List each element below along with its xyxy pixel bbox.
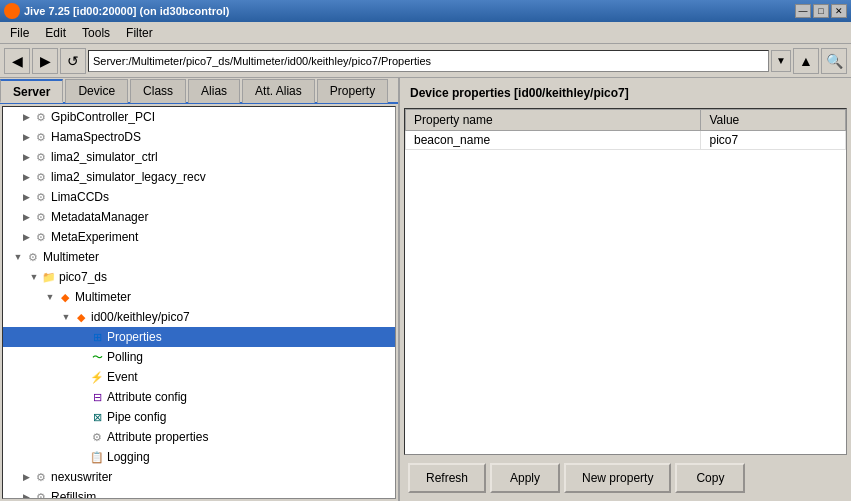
diamond-icon: ◆ [73, 309, 89, 325]
tab-device[interactable]: Device [65, 79, 128, 103]
new-property-button[interactable]: New property [564, 463, 671, 493]
tree-toggle-properties [75, 330, 89, 344]
refresh-button[interactable]: Refresh [408, 463, 486, 493]
table-row[interactable]: beacon_namepico7 [406, 131, 846, 150]
tree-label-lima2_sim_ctrl: lima2_simulator_ctrl [51, 148, 158, 166]
left-panel: Server Device Class Alias Att. Alias Pro… [0, 78, 400, 501]
forward-button[interactable]: ▶ [32, 48, 58, 74]
tree-label-pipe_config: Pipe config [107, 408, 166, 426]
tree-item-id00_keithley[interactable]: ▼◆id00/keithley/pico7 [3, 307, 395, 327]
tree-item-metadata[interactable]: ▶⚙MetadataManager [3, 207, 395, 227]
tree-label-lima2_sim_recv: lima2_simulator_legacy_recv [51, 168, 206, 186]
col-header-name: Property name [406, 110, 701, 131]
tree-label-polling: Polling [107, 348, 143, 366]
props-icon: ⊞ [89, 329, 105, 345]
tree-toggle-nexuswriter[interactable]: ▶ [19, 470, 33, 484]
main-content: Server Device Class Alias Att. Alias Pro… [0, 78, 851, 501]
event-icon: ⚡ [89, 369, 105, 385]
minimize-button[interactable]: — [795, 4, 811, 18]
tree-toggle-logging [75, 450, 89, 464]
menu-tools[interactable]: Tools [74, 24, 118, 42]
tree-item-logging[interactable]: 📋Logging [3, 447, 395, 467]
tree-label-gpib: GpibController_PCI [51, 108, 155, 126]
gear-icon: ⚙ [89, 429, 105, 445]
maximize-button[interactable]: □ [813, 4, 829, 18]
tree-toggle-lima2_sim_ctrl[interactable]: ▶ [19, 150, 33, 164]
tree-container[interactable]: ▶⚙GpibController_PCI▶⚙HamaSpectroDS▶⚙lim… [2, 106, 396, 499]
tree-toggle-id00_keithley[interactable]: ▼ [59, 310, 73, 324]
address-bar[interactable]: Server:/Multimeter/pico7_ds/Multimeter/i… [88, 50, 769, 72]
window-controls[interactable]: — □ ✕ [795, 4, 847, 18]
tree-toggle-metaexp[interactable]: ▶ [19, 230, 33, 244]
tree-item-gpib[interactable]: ▶⚙GpibController_PCI [3, 107, 395, 127]
back-button[interactable]: ◀ [4, 48, 30, 74]
prop-value-cell: pico7 [701, 131, 846, 150]
copy-button[interactable]: Copy [675, 463, 745, 493]
tree-item-limaCCDs[interactable]: ▶⚙LimaCCDs [3, 187, 395, 207]
gear-icon: ⚙ [33, 169, 49, 185]
tree-item-refillsim[interactable]: ▶⚙Refillsim [3, 487, 395, 499]
tree-toggle-lima2_sim_recv[interactable]: ▶ [19, 170, 33, 184]
tree-toggle-pico7_ds[interactable]: ▼ [27, 270, 41, 284]
wave-icon: 〜 [89, 349, 105, 365]
tab-class[interactable]: Class [130, 79, 186, 103]
close-button[interactable]: ✕ [831, 4, 847, 18]
tree-toggle-multimeter[interactable]: ▼ [11, 250, 25, 264]
tree-item-pipe_config[interactable]: ⊠Pipe config [3, 407, 395, 427]
tree-item-attr_props[interactable]: ⚙Attribute properties [3, 427, 395, 447]
tree-item-attr_config[interactable]: ⊟Attribute config [3, 387, 395, 407]
tree-item-polling[interactable]: 〜Polling [3, 347, 395, 367]
tree-item-lima2_sim_recv[interactable]: ▶⚙lima2_simulator_legacy_recv [3, 167, 395, 187]
properties-table: Property name Value beacon_namepico7 [405, 109, 846, 150]
tree-toggle-event [75, 370, 89, 384]
tree-toggle-gpib[interactable]: ▶ [19, 110, 33, 124]
tree-item-metaexp[interactable]: ▶⚙MetaExperiment [3, 227, 395, 247]
tree-toggle-limaCCDs[interactable]: ▶ [19, 190, 33, 204]
tree-label-properties: Properties [107, 328, 162, 346]
gear-icon: ⚙ [25, 249, 41, 265]
address-dropdown[interactable]: ▼ [771, 50, 791, 72]
apply-button[interactable]: Apply [490, 463, 560, 493]
tree-label-logging: Logging [107, 448, 150, 466]
tree-item-properties[interactable]: ⊞Properties [3, 327, 395, 347]
tree-label-metaexp: MetaExperiment [51, 228, 138, 246]
tree-toggle-hama[interactable]: ▶ [19, 130, 33, 144]
tab-server[interactable]: Server [0, 79, 63, 103]
tree-item-pico7_ds[interactable]: ▼📁pico7_ds [3, 267, 395, 287]
tree-label-event: Event [107, 368, 138, 386]
col-header-value: Value [701, 110, 846, 131]
tree-item-multimeter[interactable]: ▼⚙Multimeter [3, 247, 395, 267]
tab-property[interactable]: Property [317, 79, 388, 103]
tab-att-alias[interactable]: Att. Alias [242, 79, 315, 103]
window-title: Jive 7.25 [id00:20000] (on id30bcontrol) [24, 5, 229, 17]
tree-item-multimeter2[interactable]: ▼◆Multimeter [3, 287, 395, 307]
menu-filter[interactable]: Filter [118, 24, 161, 42]
tree-toggle-refillsim[interactable]: ▶ [19, 490, 33, 499]
refresh-toolbar-button[interactable]: ↺ [60, 48, 86, 74]
tree-label-pico7_ds: pico7_ds [59, 268, 107, 286]
tree-label-multimeter: Multimeter [43, 248, 99, 266]
menu-edit[interactable]: Edit [37, 24, 74, 42]
up-button[interactable]: ▲ [793, 48, 819, 74]
diamond-icon: ◆ [57, 289, 73, 305]
tab-alias[interactable]: Alias [188, 79, 240, 103]
search-button[interactable]: 🔍 [821, 48, 847, 74]
tree-toggle-multimeter2[interactable]: ▼ [43, 290, 57, 304]
gear-icon: ⚙ [33, 469, 49, 485]
gear-icon: ⚙ [33, 229, 49, 245]
properties-table-container: Property name Value beacon_namepico7 [404, 108, 847, 455]
tree-item-event[interactable]: ⚡Event [3, 367, 395, 387]
tree-item-lima2_sim_ctrl[interactable]: ▶⚙lima2_simulator_ctrl [3, 147, 395, 167]
address-text: Server:/Multimeter/pico7_ds/Multimeter/i… [93, 55, 431, 67]
menu-file[interactable]: File [2, 24, 37, 42]
tree-toggle-attr_props [75, 430, 89, 444]
toolbar: ◀ ▶ ↺ Server:/Multimeter/pico7_ds/Multim… [0, 44, 851, 78]
tree-toggle-metadata[interactable]: ▶ [19, 210, 33, 224]
tree-item-nexuswriter[interactable]: ▶⚙nexuswriter [3, 467, 395, 487]
tree-item-hama[interactable]: ▶⚙HamaSpectroDS [3, 127, 395, 147]
gear-icon: ⚙ [33, 109, 49, 125]
tree-label-nexuswriter: nexuswriter [51, 468, 112, 486]
title-bar-left: Jive 7.25 [id00:20000] (on id30bcontrol) [4, 3, 229, 19]
folder-icon: 📁 [41, 269, 57, 285]
gear-icon: ⚙ [33, 209, 49, 225]
